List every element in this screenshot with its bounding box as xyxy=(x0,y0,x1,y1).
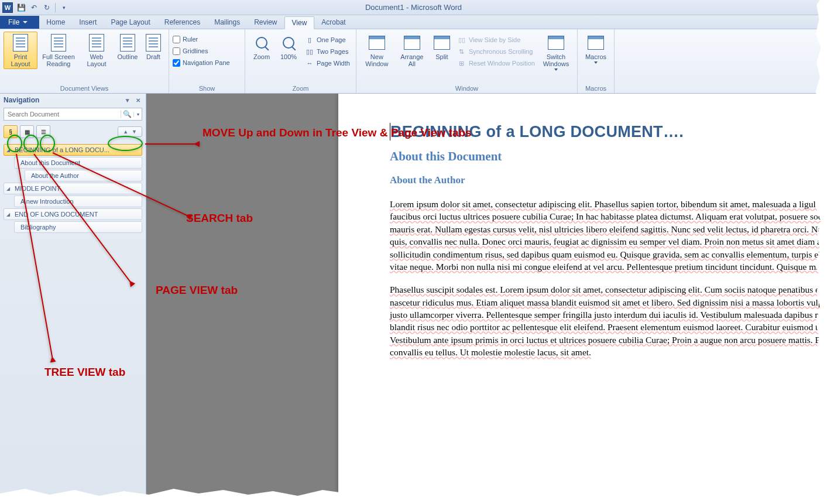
page-width-icon: ↔ xyxy=(305,59,314,68)
navigation-pane: Navigation ▼ ✕ 🔍 ▾ § ▦ ☰ ▲ ▼ BEGINNING o… xyxy=(0,94,146,504)
gridlines-checkbox[interactable]: Gridlines xyxy=(173,46,208,56)
draft-button[interactable]: Draft xyxy=(142,32,165,62)
tree-item[interactable]: About the Author xyxy=(25,170,142,181)
group-label-window: Window xyxy=(360,84,574,93)
undo-icon[interactable]: ↶ xyxy=(29,3,39,12)
navpane-close-icon[interactable]: ✕ xyxy=(134,97,142,104)
tab-page-layout[interactable]: Page Layout xyxy=(104,16,157,29)
outline-icon xyxy=(120,34,135,52)
window-title: Document1 - Microsoft Word xyxy=(365,3,462,12)
outline-button[interactable]: Outline xyxy=(115,32,140,62)
tab-insert[interactable]: Insert xyxy=(72,16,104,29)
web-icon xyxy=(89,34,104,52)
arrange-all-button[interactable]: Arrange All xyxy=(395,32,429,69)
doc-paragraph[interactable]: Phasellus suscipit sodales est. Lorem ip… xyxy=(390,283,827,358)
navpane-header: Navigation ▼ ✕ xyxy=(0,94,146,107)
tab-home[interactable]: Home xyxy=(39,16,72,29)
navpane-title: Navigation xyxy=(4,96,39,104)
print-layout-button[interactable]: Print Layout xyxy=(4,32,37,69)
document-viewport[interactable]: BEGINNING of a LONG DOCUMENT…. About thi… xyxy=(146,94,827,504)
annotation-circle xyxy=(7,135,22,152)
magnifier-100-icon xyxy=(283,37,294,49)
view-side-by-side-button: ▯▯View Side by Side xyxy=(455,34,537,46)
page-icon xyxy=(13,34,28,52)
reset-pos-icon: ⊞ xyxy=(457,59,466,68)
sync-scrolling-button: ⇅Synchronous Scrolling xyxy=(455,46,537,57)
results-icon: ☰ xyxy=(41,129,46,135)
word-app-icon[interactable]: W xyxy=(2,2,13,13)
doc-heading-1[interactable]: BEGINNING of a LONG DOCUMENT…. xyxy=(390,123,827,141)
tree-item[interactable]: Bibliography xyxy=(14,221,142,233)
group-label-show: Show xyxy=(173,84,241,93)
two-pages-button[interactable]: ▯▯Two Pages xyxy=(303,46,352,57)
ribbon-tabs: File Home Insert Page Layout References … xyxy=(0,15,827,29)
redo-icon[interactable]: ↻ xyxy=(42,3,52,12)
tree-item[interactable]: END OF LONG DOCUMENT xyxy=(4,208,142,220)
full-screen-reading-button[interactable]: Full Screen Reading xyxy=(39,32,78,69)
split-button[interactable]: Split xyxy=(430,32,454,62)
one-page-button[interactable]: ▯One Page xyxy=(303,34,352,46)
file-tab[interactable]: File xyxy=(0,16,39,29)
doc-paragraph[interactable]: Lorem ipsum dolor sit amet, consectetur … xyxy=(390,198,827,273)
tree-item[interactable]: A new Introduction xyxy=(14,196,142,207)
tree-item[interactable]: About this Document xyxy=(14,157,142,169)
new-window-icon xyxy=(369,36,385,50)
document-page[interactable]: BEGINNING of a LONG DOCUMENT…. About thi… xyxy=(338,94,827,504)
doc-heading-3[interactable]: About the Author xyxy=(390,174,827,186)
navigation-pane-checkbox[interactable]: Navigation Pane xyxy=(173,57,230,68)
navpane-menu-icon[interactable]: ▼ xyxy=(123,97,132,104)
two-pages-icon: ▯▯ xyxy=(305,47,314,56)
tab-references[interactable]: References xyxy=(157,16,207,29)
ribbon: Print Layout Full Screen Reading Web Lay… xyxy=(0,29,827,94)
one-page-icon: ▯ xyxy=(305,35,314,44)
search-dropdown-icon[interactable]: ▾ xyxy=(133,112,142,117)
zoom-100-button[interactable]: 100% xyxy=(276,32,301,62)
qat-customize-icon[interactable]: ▾ xyxy=(59,3,68,12)
search-icon[interactable]: 🔍 xyxy=(121,110,133,118)
group-label-document-views: Document Views xyxy=(4,84,165,93)
zoom-button[interactable]: Zoom xyxy=(249,32,274,62)
navpane-next-icon[interactable]: ▼ xyxy=(132,129,137,135)
group-document-views: Print Layout Full Screen Reading Web Lay… xyxy=(0,29,169,93)
main-area: Navigation ▼ ✕ 🔍 ▾ § ▦ ☰ ▲ ▼ BEGINNING o… xyxy=(0,94,827,504)
group-label-macros: Macros xyxy=(581,84,610,93)
switch-windows-icon xyxy=(548,36,564,50)
macros-icon xyxy=(588,36,604,50)
tab-mailings[interactable]: Mailings xyxy=(207,16,247,29)
annotation-circle xyxy=(23,135,39,152)
reset-window-position-button: ⊞Reset Window Position xyxy=(455,57,537,69)
sync-scroll-icon: ⇅ xyxy=(457,47,466,56)
tab-review[interactable]: Review xyxy=(247,16,284,29)
search-input[interactable] xyxy=(4,111,121,118)
navpane-prev-icon[interactable]: ▲ xyxy=(123,129,128,135)
navpane-search[interactable]: 🔍 ▾ xyxy=(4,108,142,121)
macros-button[interactable]: Macros xyxy=(581,32,610,66)
annotation-circle xyxy=(108,136,143,151)
qat-separator xyxy=(55,3,56,12)
annotation-arrow xyxy=(145,143,199,145)
web-layout-button[interactable]: Web Layout xyxy=(80,32,114,69)
quick-access-toolbar: W 💾 ↶ ↻ ▾ xyxy=(0,2,68,13)
annotation-circle xyxy=(40,135,55,152)
group-window: New Window Arrange All Split ▯▯View Side… xyxy=(356,29,578,93)
new-window-button[interactable]: New Window xyxy=(360,32,394,69)
side-by-side-icon: ▯▯ xyxy=(457,35,466,44)
ruler-checkbox[interactable]: Ruler xyxy=(173,34,198,44)
magnifier-icon xyxy=(256,37,267,49)
group-label-zoom: Zoom xyxy=(249,84,352,93)
headings-icon: § xyxy=(9,129,12,135)
tab-acrobat[interactable]: Acrobat xyxy=(314,16,352,29)
arrange-all-icon xyxy=(404,36,420,50)
draft-icon xyxy=(146,34,161,52)
group-macros: Macros Macros xyxy=(578,29,615,93)
page-width-button[interactable]: ↔Page Width xyxy=(303,57,352,69)
tab-view[interactable]: View xyxy=(284,16,315,29)
group-show: Ruler Gridlines Navigation Pane Show xyxy=(169,29,245,93)
book-icon xyxy=(51,34,66,52)
title-bar: W 💾 ↶ ↻ ▾ Document1 - Microsoft Word xyxy=(0,0,827,15)
split-icon xyxy=(434,36,450,50)
save-icon[interactable]: 💾 xyxy=(16,3,26,12)
switch-windows-button[interactable]: Switch Windows xyxy=(538,32,574,73)
group-zoom: Zoom 100% ▯One Page ▯▯Two Pages ↔Page Wi… xyxy=(245,29,356,93)
doc-heading-2[interactable]: About this Document xyxy=(390,149,827,164)
